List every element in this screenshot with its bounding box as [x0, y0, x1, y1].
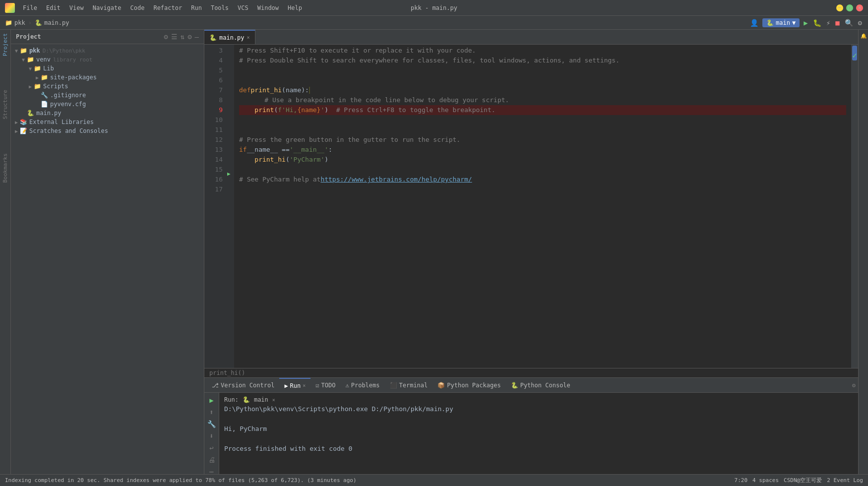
- editor-area: 🐍 main.py × 3 4 5 6 7 8 9 10 11 12 13 14…: [204, 30, 858, 474]
- stop-button[interactable]: ■: [834, 18, 840, 28]
- window-controls: ─ □ ×: [836, 4, 863, 11]
- close-button[interactable]: ×: [856, 4, 863, 11]
- run-tab-close[interactable]: ×: [303, 383, 306, 388]
- indent-settings[interactable]: 4 spaces: [752, 477, 779, 484]
- menu-code[interactable]: Code: [126, 3, 149, 13]
- run-config-button[interactable]: 🐍 main ▼: [762, 18, 800, 27]
- structure-tab[interactable]: Structure: [0, 88, 10, 121]
- tree-item-site-packages[interactable]: ▶ 📁 site-packages: [11, 73, 204, 82]
- code-line-10: [239, 115, 846, 125]
- wrench-icon[interactable]: 🔧: [206, 419, 217, 429]
- menu-refactor[interactable]: Refactor: [149, 3, 186, 13]
- code-line-14: print_hi('PyCharm'): [239, 155, 846, 165]
- scroll-up-button[interactable]: ⬆: [208, 407, 214, 417]
- tree-item-scripts[interactable]: ▶ 📁 Scripts: [11, 82, 204, 91]
- code-line-11: [239, 125, 846, 135]
- code-line-15: [239, 165, 846, 175]
- breadcrumb: 📁 pkk › 🐍 main.py: [5, 19, 69, 26]
- tree-item-lib[interactable]: ▼ 📁 Lib: [11, 64, 204, 73]
- tab-problems[interactable]: ⚠ Problems: [340, 378, 384, 392]
- code-editor: 3 4 5 6 7 8 9 10 11 12 13 14 15 16 17 ▶: [204, 45, 858, 368]
- menu-navigate[interactable]: Navigate: [89, 3, 125, 13]
- scroll-down-button[interactable]: ⬇: [208, 431, 214, 441]
- run-button[interactable]: ▶: [803, 18, 808, 28]
- editor-tabs: 🐍 main.py ×: [204, 30, 858, 45]
- search-button[interactable]: 🔍: [844, 18, 854, 28]
- sidebar-settings2-icon[interactable]: ⚙: [187, 33, 191, 41]
- console-line-1: D:\Python\pkk\venv\Scripts\python.exe D:…: [224, 404, 853, 414]
- sidebar-cog-icon[interactable]: ⚙: [164, 33, 168, 41]
- tree-item-external-libraries[interactable]: ▶ 📚 External Libraries: [11, 118, 204, 126]
- maximize-button[interactable]: □: [846, 4, 853, 11]
- menu-run[interactable]: Run: [187, 3, 206, 13]
- console-line-3: Hi, PyCharm: [224, 424, 853, 434]
- notifications-icon[interactable]: 🔔: [859, 32, 868, 40]
- sidebar-toolbar: ⚙ ☰ ⇅ ⚙ —: [164, 33, 199, 41]
- version-control-icon: ⎇: [212, 382, 219, 389]
- code-content[interactable]: # Press Shift+F10 to execute it or repla…: [234, 45, 851, 368]
- menu-tools[interactable]: Tools: [207, 3, 233, 13]
- editor-breadcrumb: print_hi(): [204, 368, 858, 377]
- status-message: Indexing completed in 20 sec. Shared ind…: [5, 477, 735, 484]
- tab-terminal[interactable]: ⬛ Terminal: [385, 378, 433, 392]
- more-icon[interactable]: ⋯: [208, 467, 214, 474]
- event-log-badge[interactable]: 2 Event Log: [827, 477, 863, 484]
- user-icon[interactable]: 👤: [749, 18, 759, 28]
- sidebar-hide-icon[interactable]: —: [195, 33, 199, 41]
- menu-file[interactable]: File: [19, 3, 41, 13]
- minimize-button[interactable]: ─: [836, 4, 843, 11]
- soft-wrap-button[interactable]: ↩: [208, 443, 214, 453]
- coverage-button[interactable]: ⚡: [825, 18, 831, 28]
- scroll-bar[interactable]: [851, 45, 858, 368]
- run-toolbar-icons: ▶ ⬆ 🔧 ⬇ ↩ 🖨 ⋯: [204, 393, 219, 474]
- sidebar-sort-icon[interactable]: ⇅: [181, 33, 185, 41]
- window-title: pkk - main.py: [411, 4, 457, 11]
- run-tab-label: main: [254, 396, 268, 403]
- right-toolbar: 🔔: [858, 30, 868, 474]
- tab-close-button[interactable]: ×: [247, 35, 250, 40]
- rerun-button[interactable]: ▶: [208, 395, 214, 405]
- menu-view[interactable]: View: [65, 3, 88, 13]
- tab-run[interactable]: ▶ Run ×: [279, 378, 310, 392]
- tree-item-pyvenv-cfg[interactable]: 📄 pyvenv.cfg: [11, 100, 204, 109]
- tree-item-venv[interactable]: ▼ 📁 venv library root: [11, 55, 204, 64]
- run-config-close[interactable]: ×: [272, 397, 275, 403]
- tab-python-packages[interactable]: 📦 Python Packages: [433, 378, 505, 392]
- tree-item-scratches-consoles[interactable]: ▶ 📝 Scratches and Consoles: [11, 126, 204, 135]
- tree-item-gitignore[interactable]: 🔧 .gitignore: [11, 91, 204, 100]
- project-name: pkk: [14, 19, 25, 26]
- event-log-label: Event Log: [833, 477, 863, 484]
- panel-settings-button[interactable]: ⚙: [852, 382, 856, 389]
- menu-window[interactable]: Window: [253, 3, 283, 13]
- debug-button[interactable]: 🐛: [812, 18, 822, 28]
- tab-main-py[interactable]: 🐍 main.py ×: [204, 30, 255, 44]
- console-line-5: Process finished with exit code 0: [224, 444, 853, 454]
- settings-button[interactable]: ⚙: [857, 18, 863, 28]
- tab-todo[interactable]: ☑ TODO: [310, 378, 340, 392]
- tab-python-console[interactable]: 🐍 Python Console: [506, 378, 575, 392]
- menu-vcs[interactable]: VCS: [234, 3, 252, 13]
- menu-edit[interactable]: Edit: [42, 3, 64, 13]
- code-line-7: def print_hi(name):: [239, 85, 846, 95]
- breadcrumb-function: print_hi(): [209, 369, 245, 376]
- print-button[interactable]: 🖨: [207, 455, 216, 465]
- cursor-position[interactable]: 7:20: [735, 477, 748, 484]
- tab-version-control[interactable]: ⎇ Version Control: [207, 378, 279, 392]
- tree-item-pkk[interactable]: ▼ 📁 pkk D:\Python\pkk: [11, 46, 204, 55]
- todo-icon: ☑: [315, 382, 319, 389]
- sidebar-collapse-icon[interactable]: ☰: [171, 33, 178, 41]
- run-label-text: Run:: [224, 396, 239, 403]
- console-icon: 🐍: [511, 382, 518, 389]
- tab-file-icon: 🐍: [209, 34, 217, 41]
- encoding-indicator[interactable]: CSDN@空王可爱: [784, 477, 822, 484]
- file-name: main.py: [44, 19, 69, 26]
- code-line-3: # Press Shift+F10 to execute it or repla…: [239, 46, 846, 56]
- project-tab[interactable]: Project: [0, 32, 10, 58]
- menu-help[interactable]: Help: [284, 3, 306, 13]
- main-area: Project Structure Bookmarks Project ⚙ ☰ …: [0, 30, 868, 474]
- project-tree: ▼ 📁 pkk D:\Python\pkk ▼ 📁 venv library r…: [11, 44, 204, 474]
- console-output: Run: 🐍 main × D:\Python\pkk\venv\Scripts…: [219, 393, 858, 474]
- bookmarks-tab[interactable]: Bookmarks: [0, 152, 10, 184]
- tree-item-main-py[interactable]: 🐍 main.py: [11, 109, 204, 118]
- run-icon: ▶: [284, 382, 288, 389]
